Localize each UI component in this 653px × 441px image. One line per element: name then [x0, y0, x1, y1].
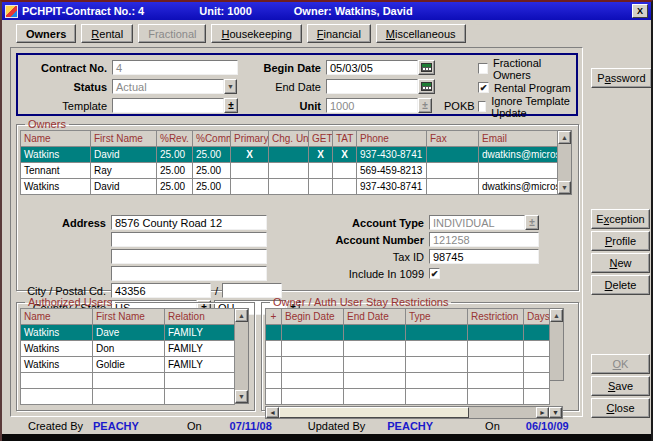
auth-users-scrollbar[interactable]: ▲ ▼ — [235, 308, 249, 404]
status-label: Status — [22, 81, 112, 93]
begin-date-calendar-icon[interactable] — [418, 60, 435, 75]
owners-grid-header: Name First Name %Rev. %Comm Primary Chg.… — [21, 131, 558, 147]
scroll-down-icon[interactable]: ▼ — [235, 390, 248, 403]
stay-restrictions-legend: Owner / Auth User Stay Restrictions — [270, 296, 451, 308]
title-unit: Unit: 1000 — [199, 5, 252, 17]
scroll-up-icon[interactable]: ▲ — [235, 309, 248, 322]
account-number-field: 121258 — [429, 232, 539, 247]
authorized-users-legend: Authorized Users — [25, 296, 115, 308]
password-button[interactable]: Password — [591, 68, 652, 88]
new-button[interactable]: New — [591, 253, 650, 273]
save-button[interactable]: Save — [591, 376, 650, 396]
restrictions-vscrollbar[interactable]: ▲ — [550, 308, 564, 381]
status-select: Actual — [112, 79, 224, 94]
account-type-lov-icon: ± — [525, 215, 539, 230]
fractional-owners-label: Fractional Owners — [493, 57, 572, 81]
restrictions-hscrollbar[interactable]: ◄ ► ▼ — [265, 406, 563, 419]
auth-user-row[interactable]: Watkins Don FAMILY — [21, 341, 235, 357]
created-by-value: PEACHY — [93, 420, 139, 432]
tab-rental[interactable]: Rental — [81, 24, 133, 43]
ignore-template-update-checkbox[interactable] — [478, 101, 486, 112]
restriction-row-empty[interactable] — [266, 389, 550, 405]
scroll-up-icon[interactable]: ▲ — [550, 309, 563, 322]
owners-grid: Name First Name %Rev. %Comm Primary Chg.… — [20, 130, 558, 195]
city-postal-separator: / — [215, 285, 218, 297]
rental-program-checkbox[interactable]: ✔ — [478, 82, 489, 93]
tax-id-field[interactable]: 98745 — [429, 249, 539, 264]
unit-label: Unit — [260, 100, 326, 112]
begin-date-field[interactable]: 05/03/05 — [326, 60, 418, 75]
authorized-users-group: Authorized Users Name First Name Relatio… — [16, 296, 255, 411]
owners-tab-panel: Contract No. 4 Status Actual ▼ Template … — [10, 47, 583, 417]
auth-user-row-selected[interactable]: Watkins Dave FAMILY — [21, 325, 235, 341]
include-1099-checkbox[interactable]: ✔ — [429, 268, 440, 279]
owners-grid-scrollbar[interactable]: ▲ ▼ — [558, 130, 572, 195]
address-line3-field[interactable] — [111, 249, 267, 264]
scroll-down-icon[interactable]: ▼ — [549, 407, 562, 418]
address-line1-field[interactable]: 8576 County Road 12 — [111, 215, 267, 230]
scroll-up-icon[interactable]: ▲ — [558, 131, 571, 144]
tab-owners[interactable]: Owners — [16, 24, 76, 43]
stay-restrictions-grid: + Begin Date End Date Type Restriction D… — [265, 308, 550, 405]
end-date-calendar-icon[interactable] — [418, 79, 435, 94]
city-postal-label: City / Postal Cd. — [23, 285, 111, 297]
address-line2-field[interactable] — [111, 232, 267, 247]
status-dropdown-icon: ▼ — [224, 79, 237, 94]
audit-footer: Created By PEACHY On 07/11/08 Updated By… — [28, 420, 569, 432]
updated-by-label: Updated By — [308, 420, 365, 432]
delete-button[interactable]: Delete — [591, 275, 650, 295]
restriction-row-selected[interactable] — [266, 325, 550, 341]
updated-on-label: On — [485, 420, 500, 432]
exception-button[interactable]: Exception — [591, 209, 650, 229]
tab-bar: Owners Rental Fractional Housekeeping Fi… — [16, 24, 466, 44]
tax-id-label: Tax ID — [325, 251, 429, 263]
address-line4-field[interactable] — [111, 266, 267, 281]
auth-grid-header: Name First Name Relation — [21, 309, 235, 325]
title-bar: PCHPIT-Contract No.: 4 Unit: 1000 Owner:… — [2, 2, 651, 20]
end-date-label: End Date — [260, 81, 326, 93]
owners-legend: Owners — [25, 118, 69, 130]
title-owner: Owner: Watkins, David — [294, 5, 413, 17]
unit-field: 1000 — [326, 98, 418, 113]
template-field[interactable] — [112, 98, 224, 113]
window-title: PCHPIT-Contract No.: 4 — [22, 5, 144, 17]
begin-date-label: Begin Date — [260, 62, 326, 74]
close-button[interactable]: Close — [591, 398, 650, 418]
account-type-select: INDIVIDUAL — [429, 215, 525, 230]
account-number-label: Account Number — [325, 234, 429, 246]
restrictions-grid-header: + Begin Date End Date Type Restriction D… — [266, 309, 550, 325]
tab-miscellaneous[interactable]: Miscellaneous — [376, 24, 466, 43]
hscroll-thumb[interactable] — [279, 407, 469, 418]
unit-code-label: POKB — [444, 100, 475, 112]
scroll-right-icon[interactable]: ► — [536, 407, 549, 418]
end-date-field[interactable] — [326, 79, 418, 94]
owner-row[interactable]: Tennant Ray 25.00 25.00 569-459-8213 — [21, 163, 558, 179]
contract-header-form: Contract No. 4 Status Actual ▼ Template … — [16, 53, 578, 116]
ignore-template-update-label: Ignore Template Update — [491, 95, 572, 119]
fractional-owners-checkbox[interactable] — [478, 63, 488, 74]
tab-housekeeping[interactable]: Housekeeping — [211, 24, 301, 43]
close-icon[interactable]: X — [632, 4, 648, 18]
address-label: Address — [23, 217, 111, 229]
scroll-down-icon[interactable]: ▼ — [558, 181, 571, 194]
scroll-left-icon[interactable]: ◄ — [266, 407, 279, 418]
template-label: Template — [22, 100, 112, 112]
owner-row-selected[interactable]: Watkins David 25.00 25.00 X X X 937-430-… — [21, 147, 558, 163]
contract-no-label: Contract No. — [22, 62, 112, 74]
auth-user-row[interactable]: Watkins Goldie FAMILY — [21, 357, 235, 373]
created-on-label: On — [187, 420, 202, 432]
tab-fractional: Fractional — [138, 24, 206, 43]
ok-button: OK — [591, 354, 650, 374]
profile-button[interactable]: Profile — [591, 231, 650, 251]
owner-row[interactable]: Watkins David 25.00 25.00 937-430-8741 d… — [21, 179, 558, 195]
auth-user-row-empty[interactable] — [21, 389, 235, 405]
app-icon — [5, 5, 18, 18]
tab-financial[interactable]: Financial — [307, 24, 371, 43]
restriction-row-empty[interactable] — [266, 373, 550, 389]
auth-user-row-empty[interactable] — [21, 373, 235, 389]
updated-on-value: 06/10/09 — [526, 420, 569, 432]
template-lov-icon[interactable]: ± — [224, 98, 238, 113]
created-by-label: Created By — [28, 420, 83, 432]
restriction-row-empty[interactable] — [266, 341, 550, 357]
restriction-row-empty[interactable] — [266, 357, 550, 373]
